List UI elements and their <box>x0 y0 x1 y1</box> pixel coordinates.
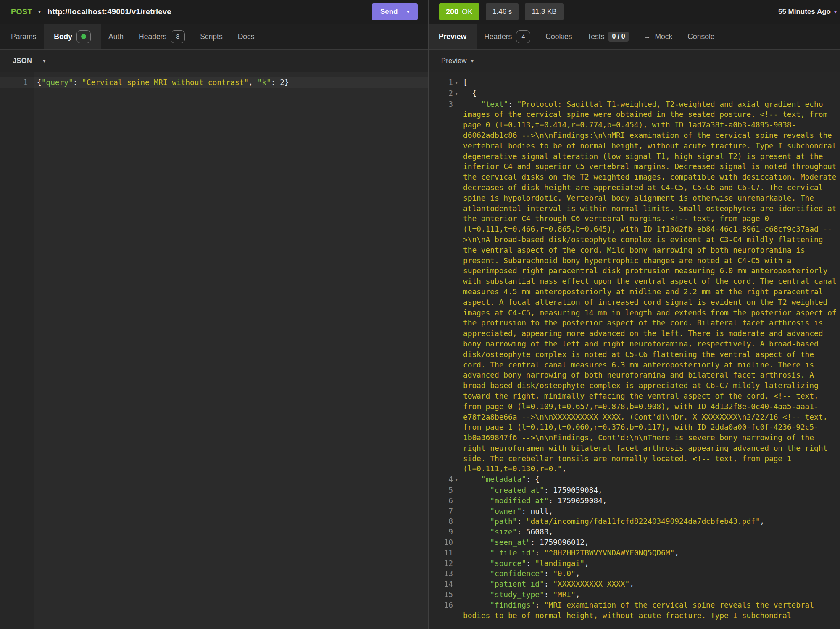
tab-mock-label: Mock <box>655 32 673 41</box>
code-content[interactable]: {"query": "Cervical spine MRI without co… <box>28 77 428 88</box>
tab-tests[interactable]: Tests 0 / 0 <box>580 24 636 49</box>
code-line: 11 "_file_id": "^8HZHH2TBWVYVNDAWYF0NQ5Q… <box>429 548 840 558</box>
code-line: 5 "created_at": 1759059084, <box>429 485 840 496</box>
request-body-editor[interactable]: 1{"query": "Cervical spine MRI without c… <box>0 72 428 629</box>
code-content: "text": "Protocol: Sagittal T1-weighted,… <box>460 99 840 475</box>
code-content: "study_type": "MRI", <box>460 589 840 600</box>
line-number: 16 <box>429 600 453 610</box>
fold-spacer <box>453 548 460 548</box>
tab-headers[interactable]: Headers 3 <box>131 24 192 49</box>
request-pane: POST ▾ http://localhost:49001/v1/retriev… <box>0 0 429 629</box>
tab-auth-label: Auth <box>108 32 124 41</box>
send-button[interactable]: Send ▾ <box>372 3 418 20</box>
history-caret-icon[interactable]: ▾ <box>834 9 837 15</box>
code-line: 10 "seen_at": 1759096012, <box>429 537 840 548</box>
code-line: 4▾ "metadata": { <box>429 474 840 485</box>
response-tabbar: Preview Headers 4 Cookies Tests 0 / 0 → … <box>429 24 840 50</box>
status-badge: 200 OK <box>439 3 479 20</box>
code-content: "confidence": "0.0", <box>460 568 840 579</box>
status-code: 200 <box>446 8 458 16</box>
code-line: 1{"query": "Cervical spine MRI without c… <box>0 77 428 88</box>
tab-cookies[interactable]: Cookies <box>538 24 579 49</box>
fold-spacer <box>453 99 460 100</box>
code-line: 8 "path": "data/incoming/fda11fcfd822403… <box>429 516 840 527</box>
code-content: "owner": null, <box>460 506 840 517</box>
tab-scripts[interactable]: Scripts <box>192 24 230 49</box>
line-number: 2 <box>429 88 453 99</box>
fold-caret-icon[interactable]: ▾ <box>453 88 460 99</box>
body-status-badge <box>76 30 91 43</box>
tab-body[interactable]: Body <box>44 24 101 49</box>
code-line: 9 "size": 56083, <box>429 527 840 537</box>
fold-spacer <box>453 568 460 569</box>
tab-cookies-label: Cookies <box>545 32 572 41</box>
tab-preview[interactable]: Preview <box>429 24 477 49</box>
code-content: "_file_id": "^8HZHH2TBWVYVNDAWYF0NQ5QD6M… <box>460 548 840 558</box>
preview-mode-bar: Preview ▾ <box>429 50 840 72</box>
line-number: 13 <box>429 568 453 579</box>
mock-arrow-icon: → <box>644 32 651 41</box>
status-text: OK <box>462 8 473 16</box>
fold-spacer <box>453 485 460 486</box>
request-tabbar: Params Body Auth Headers 3 Scripts Docs <box>0 24 428 50</box>
code-content: "modified_at": 1759059084, <box>460 496 840 506</box>
send-options-caret-icon[interactable]: ▾ <box>407 9 409 15</box>
tab-console[interactable]: Console <box>680 24 722 49</box>
tab-mock[interactable]: → Mock <box>636 24 680 49</box>
code-line: 2▾ { <box>429 88 840 99</box>
code-content: [ <box>460 77 840 88</box>
response-history-dropdown[interactable]: 55 Minutes Ago ▾ <box>778 8 837 16</box>
code-content: "seen_at": 1759096012, <box>460 537 840 548</box>
url-input[interactable]: http://localhost:49001/v1/retrieve <box>47 7 171 16</box>
line-number: 9 <box>429 527 453 537</box>
code-content: "size": 56083, <box>460 527 840 537</box>
tab-response-headers[interactable]: Headers 4 <box>477 24 538 49</box>
response-pane: 200 OK 1.46 s 11.3 KB 55 Minutes Ago ▾ P… <box>429 0 840 629</box>
fold-spacer <box>453 579 460 579</box>
fold-caret-icon[interactable]: ▾ <box>453 77 460 88</box>
code-content: { <box>460 88 840 99</box>
code-line: 13 "confidence": "0.0", <box>429 568 840 579</box>
line-number: 4 <box>429 474 453 485</box>
code-line: 7 "owner": null, <box>429 506 840 517</box>
tab-params[interactable]: Params <box>0 24 44 49</box>
code-content: "findings": "MRI examination of the cerv… <box>460 600 840 621</box>
code-content: "metadata": { <box>460 474 840 485</box>
line-number: 12 <box>429 558 453 569</box>
response-history-label: 55 Minutes Ago <box>778 8 831 16</box>
api-client-window: POST ▾ http://localhost:49001/v1/retriev… <box>0 0 840 629</box>
tab-scripts-label: Scripts <box>200 32 222 41</box>
code-line: 14 "patient_id": "XXXXXXXXXX XXXX", <box>429 579 840 589</box>
preview-mode-caret-icon[interactable]: ▾ <box>471 58 474 64</box>
tests-count-badge: 0 / 0 <box>608 32 628 42</box>
fold-spacer <box>453 516 460 517</box>
line-number: 6 <box>429 496 453 506</box>
body-dot-icon <box>81 34 86 39</box>
line-number: 1 <box>0 77 28 88</box>
tab-auth[interactable]: Auth <box>101 24 131 49</box>
line-number: 3 <box>429 99 453 110</box>
body-mode-caret-icon[interactable]: ▾ <box>43 58 45 64</box>
code-line: 6 "modified_at": 1759059084, <box>429 496 840 506</box>
fold-spacer <box>453 527 460 527</box>
http-method-select[interactable]: POST <box>11 8 32 16</box>
line-number: 7 <box>429 506 453 517</box>
code-content: "created_at": 1759059084, <box>460 485 840 496</box>
tab-console-label: Console <box>687 32 714 41</box>
fold-spacer <box>453 589 460 590</box>
tab-body-label: Body <box>54 32 72 41</box>
code-content: "source": "landingai", <box>460 558 840 569</box>
method-caret-icon[interactable]: ▾ <box>38 9 41 15</box>
code-line: 12 "source": "landingai", <box>429 558 840 569</box>
fold-caret-icon[interactable]: ▾ <box>453 474 460 485</box>
response-status-bar: 200 OK 1.46 s 11.3 KB 55 Minutes Ago ▾ <box>429 0 840 24</box>
line-number: 8 <box>429 516 453 527</box>
body-mode-select[interactable]: JSON <box>13 57 32 65</box>
tab-docs[interactable]: Docs <box>230 24 262 49</box>
send-button-label: Send <box>380 8 398 16</box>
response-headers-count-badge: 4 <box>516 30 530 43</box>
preview-mode-select[interactable]: Preview <box>441 57 467 65</box>
line-number: 10 <box>429 537 453 548</box>
fold-spacer <box>453 537 460 538</box>
line-number: 1 <box>429 77 453 88</box>
